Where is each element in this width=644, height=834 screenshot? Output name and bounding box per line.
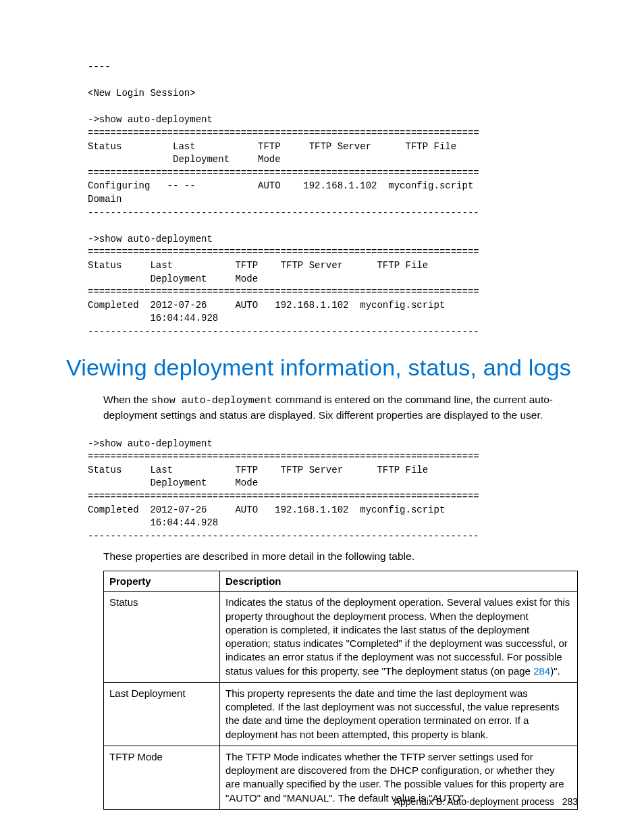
cli-output-1: ---- <New Login Session> ->show auto-dep…	[88, 61, 578, 338]
prop-name: Last Deployment	[104, 682, 220, 746]
desc-suffix: )".	[550, 665, 560, 677]
prop-name: Status	[104, 592, 220, 683]
desc-prefix: Indicates the status of the deployment o…	[225, 596, 570, 676]
th-property: Property	[104, 571, 220, 592]
page-link[interactable]: 284	[533, 665, 550, 677]
table-row: Last Deployment This property represents…	[104, 682, 578, 746]
page-footer: Appendix B: Auto-deployment process 283	[394, 796, 578, 807]
intro-prefix: When the	[103, 394, 151, 405]
table-row: Status Indicates the status of the deplo…	[104, 592, 578, 683]
th-description: Description	[220, 571, 578, 592]
page: ---- <New Login Session> ->show auto-dep…	[0, 0, 644, 834]
lead-out: These properties are described in more d…	[103, 550, 578, 564]
footer-text: Appendix B: Auto-deployment process	[394, 796, 554, 807]
intro-paragraph: When the show auto-deployment command is…	[103, 393, 578, 422]
section-heading: Viewing deployment information, status, …	[66, 355, 578, 381]
prop-desc: Indicates the status of the deployment o…	[220, 592, 578, 683]
cli-output-2: ->show auto-deployment =================…	[88, 438, 578, 544]
intro-code: show auto-deployment	[151, 395, 273, 407]
prop-name: TFTP Mode	[104, 746, 220, 809]
table-header-row: Property Description	[104, 571, 578, 592]
prop-desc: This property represents the date and ti…	[220, 682, 578, 746]
properties-table: Property Description Status Indicates th…	[103, 571, 578, 810]
footer-page-number: 283	[562, 796, 578, 807]
